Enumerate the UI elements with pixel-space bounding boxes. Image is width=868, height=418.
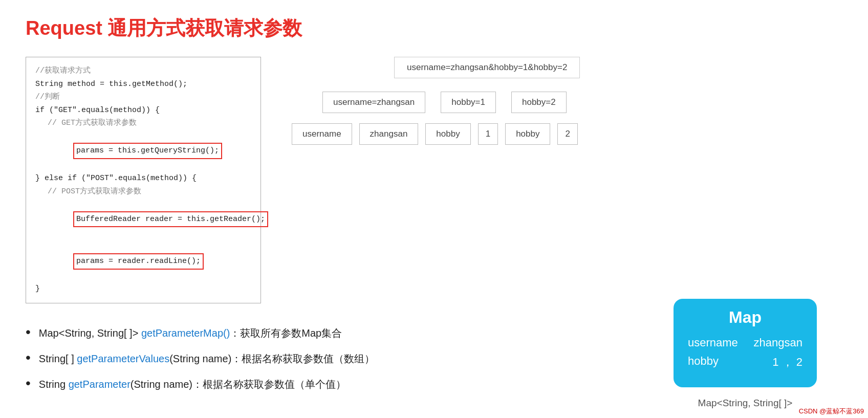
- param-username-zhangsan: username=zhangsan: [322, 92, 425, 113]
- param-username-key: username: [292, 123, 352, 145]
- param-zhangsan-val: zhangsan: [359, 123, 419, 145]
- map-row-hobby: hobby 1 ， 2: [688, 355, 802, 370]
- code-highlight-get: params = this.getQueryString();: [73, 143, 222, 159]
- code-line-7: } else if ("POST".equals(method)) {: [35, 172, 251, 185]
- map-value-hobby: 1 ， 2: [772, 355, 802, 370]
- watermark: CSDN @蓝鲸不蓝369: [799, 407, 864, 416]
- bullet-dot-3: •: [26, 376, 31, 390]
- code-line-2: String method = this.getMethod();: [35, 78, 251, 91]
- map-label-hobby: hobby: [688, 355, 719, 370]
- param-row-1: username=zhangsan hobby=1 hobby=2: [322, 92, 580, 113]
- map-type-label: Map<String, String[ ]>: [674, 398, 817, 409]
- code-line-3: //判断: [35, 91, 251, 104]
- map-value-zhangsan: zhangsan: [754, 336, 802, 349]
- param-hobby-key1: hobby: [425, 123, 470, 145]
- code-line-9: BufferedReader reader = this.getReader()…: [35, 198, 251, 240]
- method-getParameterMap: getParameterMap(): [141, 327, 230, 339]
- param-hobby2: hobby=2: [511, 92, 567, 113]
- code-line-5: // GET方式获取请求参数: [35, 117, 251, 130]
- page-title: Request 通用方式获取请求参数: [26, 15, 842, 41]
- code-line-4: if ("GET".equals(method)) {: [35, 104, 251, 117]
- param-hobby-key2: hobby: [505, 123, 550, 145]
- code-line-1: //获取请求方式: [35, 64, 251, 78]
- diagram-rows: username=zhangsan hobby=1 hobby=2 userna…: [292, 92, 580, 145]
- code-block: //获取请求方式 String method = this.getMethod(…: [26, 57, 261, 303]
- code-line-6: params = this.getQueryString();: [35, 130, 251, 172]
- param-1-val: 1: [478, 123, 498, 145]
- map-label-username: username: [688, 336, 738, 349]
- code-line-8: // POST方式获取请求参数: [35, 185, 251, 199]
- bullet-dot-2: •: [26, 350, 31, 365]
- code-highlight-post-2: params = reader.readLine();: [73, 253, 204, 270]
- method-getParameterValues: getParameterValues: [77, 353, 169, 364]
- bullet-dot-1: •: [26, 325, 31, 339]
- map-title: Map: [688, 308, 802, 327]
- code-highlight-post-1: BufferedReader reader = this.getReader()…: [73, 211, 268, 228]
- main-content: //获取请求方式 String method = this.getMethod(…: [26, 57, 842, 303]
- param-hobby1: hobby=1: [441, 92, 496, 113]
- map-row-username: username zhangsan: [688, 336, 802, 349]
- param-2-val: 2: [557, 123, 577, 145]
- diagram-area: username=zhangsan&hobby=1&hobby=2 userna…: [292, 57, 580, 145]
- query-string-box: username=zhangsan&hobby=1&hobby=2: [394, 57, 580, 78]
- method-getParameter: getParameter: [69, 379, 131, 390]
- param-row-2: username zhangsan hobby 1 hobby 2: [292, 123, 580, 145]
- bullet-text-1: Map<String, String[ ]> getParameterMap()…: [39, 322, 342, 344]
- bullet-text-2: String[ ] getParameterValues(String name…: [39, 347, 375, 370]
- bullet-text-3: String getParameter(String name)：根据名称获取参…: [39, 373, 346, 395]
- code-line-10: params = reader.readLine();: [35, 240, 251, 283]
- map-box: Map username zhangsan hobby 1 ， 2: [674, 299, 817, 387]
- code-line-11: }: [35, 282, 251, 296]
